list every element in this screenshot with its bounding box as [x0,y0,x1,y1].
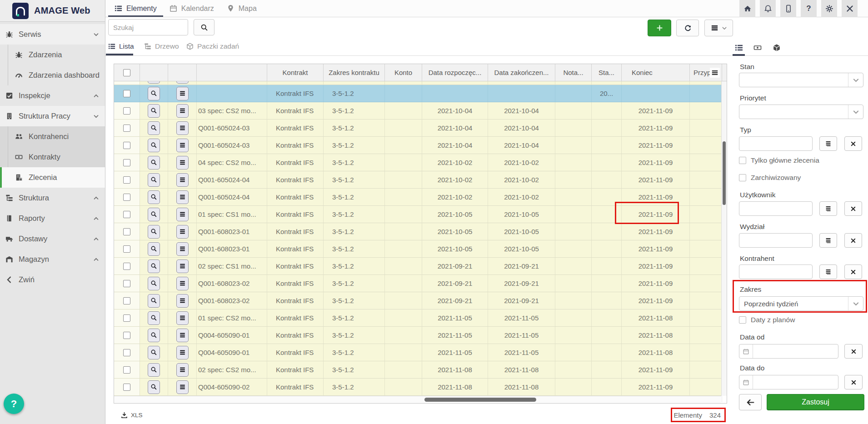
table-row[interactable]: Q001-608023-01Kontrakt IFS3-5-1.22021-10… [114,240,727,258]
column-header-konto[interactable]: Konto [385,64,422,81]
row-checkbox[interactable] [123,280,130,287]
column-header-koniec[interactable]: Koniec [622,64,690,81]
table-row[interactable]: 03 spec: CS2 mo...Kontrakt IFS3-5-1.2202… [114,102,727,120]
data-od-input[interactable] [739,344,838,359]
row-menu-button[interactable] [176,139,189,152]
table-row[interactable]: 01 spec: CS1 mo...Kontrakt IFS3-5-1.2202… [114,206,727,223]
row-checkbox[interactable] [123,263,130,270]
uzytkownik-picker-button[interactable] [819,201,837,216]
table-row[interactable]: Q001-605024-04Kontrakt IFS3-5-1.22021-10… [114,189,727,206]
row-menu-button[interactable] [176,277,189,290]
typ-picker-button[interactable] [819,136,837,151]
apply-button[interactable]: Zastosuj [767,394,864,410]
panel-tab-filters[interactable] [735,44,743,52]
row-zoom-button[interactable] [148,104,160,118]
notifications-button[interactable] [760,0,776,17]
horizontal-scrollbar[interactable] [114,396,721,403]
data-do-clear-button[interactable] [844,375,863,389]
row-zoom-button[interactable] [148,121,160,135]
sidebar-item-inspekcje[interactable]: Inspekcje [0,85,105,106]
table-row[interactable]: Q004-605090-02Kontrakt IFS3-5-1.22021-11… [114,379,727,396]
sidebar-item-struktura[interactable]: Struktura [0,188,105,208]
row-menu-button[interactable] [176,87,189,100]
row-checkbox[interactable] [123,366,130,374]
row-checkbox[interactable] [123,228,130,235]
row-zoom-button[interactable] [148,346,160,359]
priorytet-select[interactable] [739,105,863,119]
row-menu-button[interactable] [176,380,189,394]
table-row[interactable]: 04 spec: CS2 mo...Kontrakt IFS3-5-1.2202… [114,154,727,171]
table-row[interactable]: 01 spec: CS2 mo...Kontrakt IFS3-5-1.2202… [114,309,727,327]
search-input[interactable] [108,19,188,35]
column-config-button[interactable] [710,68,720,78]
table-row[interactable]: Q001-608023-02Kontrakt IFS3-5-1.22021-09… [114,275,727,292]
typ-clear-button[interactable] [844,136,862,151]
select-all-checkbox[interactable] [123,69,130,76]
horizontal-scrollbar-thumb[interactable] [424,398,536,402]
sidebar-item-raporty[interactable]: Raporty [0,208,105,229]
row-zoom-button[interactable] [148,363,160,377]
export-xls-button[interactable]: XLS [121,412,143,419]
row-menu-button[interactable] [176,156,189,170]
row-zoom-button[interactable] [148,277,160,290]
close-button[interactable] [842,0,858,17]
data-do-input[interactable] [739,375,838,389]
back-button[interactable] [739,394,762,410]
row-checkbox[interactable] [123,314,130,322]
row-menu-button[interactable] [176,104,189,118]
row-checkbox[interactable] [123,90,130,97]
row-menu-button[interactable] [176,208,189,221]
column-header-nota-[interactable]: Nota... [555,64,592,81]
home-button[interactable] [739,0,755,17]
row-zoom-button[interactable] [148,329,160,342]
row-checkbox[interactable] [123,349,130,356]
row-checkbox[interactable] [123,245,130,253]
panel-tab-finance[interactable] [753,44,762,52]
search-button[interactable] [194,19,215,35]
help-fab-button[interactable]: ? [4,394,24,414]
zarchiwizowany-checkbox[interactable]: Zarchiwizowany [739,174,801,182]
row-checkbox[interactable] [123,384,130,391]
checkbox-icon[interactable] [739,157,746,164]
table-row[interactable]: Q001-605024-04Kontrakt IFS3-5-1.22021-10… [114,171,727,189]
row-zoom-button[interactable] [148,208,160,221]
row-menu-button[interactable] [176,294,189,308]
row-zoom-button[interactable] [148,311,160,325]
daty-z-planow-checkbox[interactable]: Daty z planów [739,316,795,324]
table-row[interactable]: Q001-608023-02Kontrakt IFS3-5-1.22021-09… [114,292,727,309]
checkbox-icon[interactable] [739,174,746,181]
row-zoom-button[interactable] [148,225,160,239]
table-row[interactable]: 02 spec: CS1 mo...Kontrakt IFS3-5-1.2202… [114,258,727,275]
stan-select[interactable] [739,73,863,87]
row-menu-button[interactable] [176,225,189,239]
row-zoom-button[interactable] [148,87,160,100]
row-menu-button[interactable] [176,346,189,359]
mobile-button[interactable] [780,0,796,17]
row-checkbox[interactable] [123,107,130,115]
uzytkownik-input[interactable] [739,201,813,216]
row-menu-button[interactable] [176,242,189,256]
row-menu-button[interactable] [176,363,189,377]
row-zoom-button[interactable] [148,156,160,170]
tylko-glowne-checkbox[interactable]: Tylko główne zlecenia [739,156,819,165]
row-menu-button[interactable] [176,190,189,204]
row-menu-button[interactable] [176,173,189,187]
add-button[interactable] [648,20,671,36]
row-checkbox[interactable] [123,159,130,166]
column-header-data-rozpoczęc-[interactable]: Data rozpoczęc... [422,64,488,81]
help-button[interactable]: ? [801,0,817,17]
column-header-data-zakończen-[interactable]: Data zakończen... [488,64,555,81]
sidebar-item-struktura-pracy[interactable]: Struktura Pracy [0,106,105,126]
subtab-lista[interactable]: Lista [108,41,134,52]
row-menu-button[interactable] [176,121,189,135]
app-logo[interactable]: AMAGE Web [0,0,105,22]
sidebar-item-kontrakty[interactable]: Kontrakty [0,147,105,167]
tab-elementy[interactable]: Elementy [108,0,163,17]
sidebar-item-dostawy[interactable]: Dostawy [0,229,105,249]
table-row[interactable]: Q004-605090-01Kontrakt IFS3-5-1.22021-11… [114,327,727,344]
table-row[interactable]: Q001-605024-03Kontrakt IFS3-5-1.22021-10… [114,120,727,137]
panel-tab-packages[interactable] [773,44,781,52]
kontrahent-clear-button[interactable] [844,264,862,279]
tab-mapa[interactable]: Mapa [220,0,263,17]
row-menu-button[interactable] [176,311,189,325]
